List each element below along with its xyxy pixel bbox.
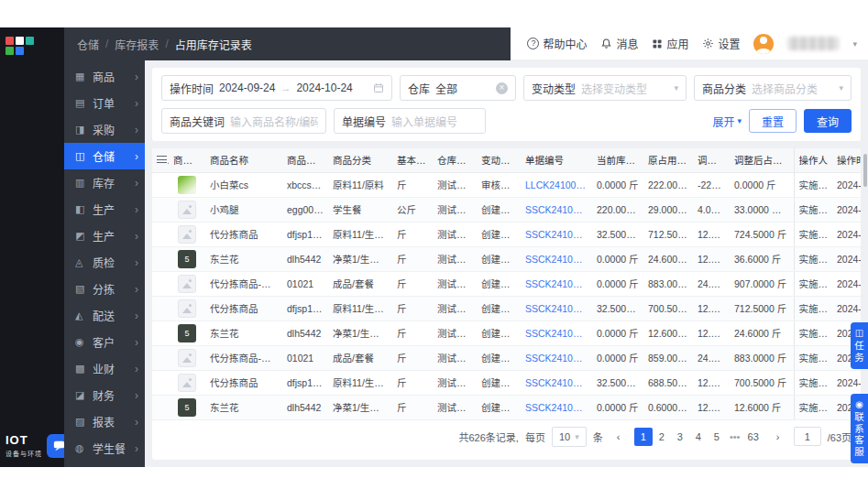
settings-button[interactable]: 设置	[702, 36, 740, 51]
page-button-3[interactable]: 3	[671, 428, 689, 446]
clear-icon[interactable]: ×	[496, 82, 508, 94]
page-button-4[interactable]: 4	[689, 428, 708, 446]
end-date-value[interactable]: 2024-10-24	[296, 82, 352, 94]
warehouse-cell: 测试仓库5	[433, 271, 477, 296]
table-row[interactable]: 5 东兰花 dlh5442 净菜1/生鲜shu菜类... 斤 测试仓库5 创建销…	[152, 321, 861, 345]
table-row[interactable]: 代分拣商品-单位换算 01021 成品/套餐 斤 测试仓库5 创建销售出库 SS…	[152, 345, 861, 370]
category-cell: 原料11/原料	[328, 172, 392, 197]
date-range-field[interactable]: 操作时间 2024-09-24 → 2024-10-24	[161, 75, 392, 101]
sidebar-item-配送[interactable]: ◭ 配送 ›	[64, 302, 145, 329]
search-button[interactable]: 查询	[804, 109, 852, 133]
operator-cell: 实施02	[794, 345, 832, 370]
sidebar-item-商品[interactable]: ▦ 商品 ›	[64, 63, 145, 90]
next-page-button[interactable]: ›	[769, 428, 787, 446]
per-page-select[interactable]: 10 ▾	[552, 427, 587, 447]
category-select[interactable]: 商品分类 选择商品分类 ▾	[694, 75, 852, 101]
sidebar-item-生产[interactable]: ◩ 生产 ›	[64, 223, 145, 249]
page-button-2[interactable]: 2	[653, 428, 671, 446]
bell-icon	[600, 38, 612, 49]
breadcrumb-item-1[interactable]: 仓储	[77, 37, 99, 52]
page-jump-input[interactable]	[794, 427, 821, 446]
sidebar-item-客户[interactable]: ◉ 客户 ›	[64, 329, 145, 355]
warehouse-select[interactable]: 仓库 全部 ×	[400, 75, 516, 101]
doc-no-link[interactable]: SSCK24101200003	[521, 296, 592, 321]
doc-no-link[interactable]: SSCK24101200004	[521, 222, 592, 246]
unit-cell: 斤	[392, 296, 433, 321]
sidebar-item-仓储[interactable]: ◫ 仓储 ›	[64, 143, 145, 169]
warehouse-cell: 测试仓库5	[433, 395, 477, 419]
doc-no-link[interactable]: SSCK24102200001	[521, 197, 592, 222]
task-float-button[interactable]: ◫ 任务	[851, 322, 868, 369]
breadcrumb-item-2[interactable]: 库存报表	[115, 37, 159, 52]
logo-square	[16, 37, 24, 45]
doc-no-input[interactable]: 单据编号 输入单据编号	[334, 108, 486, 134]
sidebar-item-订单[interactable]: ▤ 订单 ›	[64, 90, 145, 116]
unit-cell: 斤	[392, 246, 433, 271]
table-row[interactable]: 5 东兰花 dlh5442 净菜1/生鲜shu菜类... 斤 测试仓库5 创建销…	[152, 395, 861, 419]
messages-button[interactable]: 消息	[600, 36, 638, 51]
report-icon: ▨	[75, 416, 87, 428]
row-settings-cell	[152, 222, 169, 246]
vertical-scrollbar-thumb[interactable]	[863, 154, 867, 187]
doc-no-link[interactable]: SSCK24101200003	[521, 246, 592, 271]
doc-no-link[interactable]: SSCK24101200003	[521, 271, 592, 296]
sidebar-item-采购[interactable]: ◨ 采购 ›	[64, 116, 145, 143]
prev-occupied-cell: 0.6000 斤	[643, 395, 693, 419]
table-row[interactable]: 5 东兰花 dlh5442 净菜1/生鲜shu菜类... 斤 测试仓库5 创建销…	[152, 246, 861, 271]
sidebar-item-业财[interactable]: ▩ 业财 ›	[64, 355, 145, 382]
sidebar-item-质检[interactable]: ◬ 质检 ›	[64, 249, 145, 276]
prev-occupied-cell: 222.0000 斤	[643, 172, 693, 197]
page-ellipsis: •••	[726, 428, 744, 446]
sidebar-item-分拣[interactable]: ▧ 分拣 ›	[64, 276, 145, 302]
contact-service-float-button[interactable]: ◉ 联系客服	[851, 394, 868, 463]
start-date-value[interactable]: 2024-09-24	[219, 82, 275, 94]
doc-no-link[interactable]: SSCK24101200002	[521, 345, 592, 370]
purchase-icon: ◨	[75, 124, 87, 136]
production-icon: ◧	[75, 203, 87, 215]
category-cell: 原料11/生鲜类	[328, 370, 392, 395]
column-settings-icon[interactable]	[157, 156, 167, 164]
user-name-blurred[interactable]	[787, 37, 839, 50]
page-button-63[interactable]: 63	[744, 428, 763, 446]
operator-cell: 实施02	[794, 172, 832, 197]
change-type-select[interactable]: 变动类型 选择变动类型 ▾	[523, 75, 687, 101]
avatar[interactable]	[753, 34, 774, 54]
table-row[interactable]: 代分拣商品 dfjsp1607 原料11/生鲜类 斤 测试仓库5 创建销售出库 …	[152, 222, 861, 246]
doc-no-link[interactable]: SSCK24101200001	[521, 395, 592, 419]
apps-button[interactable]: 应用	[652, 36, 688, 51]
table-row[interactable]: 代分拣商品 dfjsp1607 原料11/生鲜类 斤 测试仓库5 创建销售出库 …	[152, 296, 861, 321]
reset-button[interactable]: 重置	[749, 109, 797, 133]
doc-no-link[interactable]: SSCK24101200002	[521, 370, 592, 395]
expand-button[interactable]: 展开 ▾	[712, 114, 742, 129]
doc-no-link[interactable]: SSCK24101200002	[521, 321, 592, 345]
current-qty-cell: 0.0000 斤	[592, 345, 643, 370]
help-center-button[interactable]: ? 帮助中心	[527, 36, 587, 51]
breadcrumb: 仓储 / 库存报表 / 占用库存记录表	[64, 27, 511, 60]
table-row[interactable]: 代分拣商品-单位换算 01021 成品/套餐 斤 测试仓库5 创建销售出库 SS…	[152, 271, 861, 296]
sidebar-item-库存[interactable]: ▥ 库存 ›	[64, 169, 145, 196]
prev-page-button[interactable]: ‹	[610, 428, 628, 446]
table-scroll-area[interactable]: 商品图片商品名称商品编码商品分类基本单位仓库名称变动类型单据编号当前库存数原占用…	[152, 148, 861, 420]
table-row[interactable]: 小白菜cs xbccs5869 原料11/原料 斤 测试仓库5 审核领料出库 L…	[152, 172, 861, 197]
sidebar-item-生产[interactable]: ◧ 生产 ›	[64, 196, 145, 223]
apps-label: 应用	[666, 36, 688, 51]
page-button-5[interactable]: 5	[708, 428, 726, 446]
change-type-cell: 创建销售出库	[477, 271, 521, 296]
sidebar-item-财务[interactable]: ◪ 财务 ›	[64, 382, 145, 408]
page-button-1[interactable]: 1	[634, 428, 653, 446]
product-code-cell: dfjsp1607	[282, 296, 328, 321]
chevron-right-icon: ›	[135, 389, 138, 402]
warehouse-cell: 测试仓库5	[433, 222, 477, 246]
product-image-cell	[169, 296, 205, 321]
student-meal-icon: ◍	[75, 442, 87, 454]
sidebar-item-报表[interactable]: ▨ 报表 ›	[64, 408, 145, 435]
keyword-input[interactable]: 商品关键词 输入商品名称/编码	[161, 108, 326, 134]
doc-no-link[interactable]: LLCK24100300001	[521, 172, 592, 197]
table-row[interactable]: 代分拣商品 dfjsp1607 原料11/生鲜类 斤 测试仓库5 创建销售出库 …	[152, 370, 861, 395]
warehouse-cell: 测试仓库5	[433, 321, 477, 345]
page-buttons: 12345•••63	[634, 428, 763, 446]
logo-square	[16, 47, 24, 55]
table-row[interactable]: 小鸡腿 egg0001 学生餐 公斤 测试仓库5 创建销售出库 SSCK2410…	[152, 197, 861, 222]
sidebar-item-学生餐[interactable]: ◍ 学生餐 ›	[64, 435, 145, 462]
product-image	[178, 176, 196, 194]
